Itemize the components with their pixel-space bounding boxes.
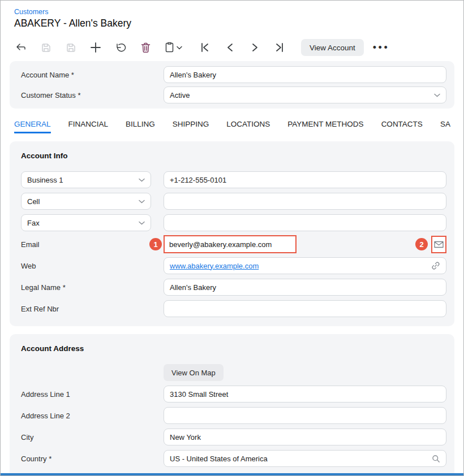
phone1-type-select[interactable]: Business 1: [21, 171, 151, 188]
tab-locations[interactable]: LOCATIONS: [226, 120, 270, 133]
address-line2-label: Address Line 2: [21, 412, 164, 420]
chevron-down-icon: [434, 93, 440, 97]
phone2-input[interactable]: [164, 193, 446, 210]
page-title: ABAKERY - Allen's Bakery: [14, 18, 463, 29]
previous-record-icon[interactable]: [224, 42, 235, 53]
city-input[interactable]: New York: [164, 429, 446, 445]
email-input[interactable]: beverly@abakery.example.com: [164, 235, 297, 253]
save-and-close-icon[interactable]: [40, 42, 51, 53]
city-row: City New York: [21, 426, 446, 448]
link-icon[interactable]: [431, 261, 440, 270]
address-line2-row: Address Line 2: [21, 405, 446, 426]
phone2-row: Cell: [21, 191, 446, 212]
customer-status-label: Customer Status *: [21, 91, 164, 99]
country-row: Country * US - United States of America: [21, 448, 446, 469]
country-lookup-input[interactable]: US - United States of America: [164, 450, 446, 467]
ext-ref-nbr-input[interactable]: [164, 300, 446, 317]
summary-panel: Account Name * Allen's Bakery Customer S…: [10, 61, 454, 109]
phone1-row: Business 1 +1-212-555-0101: [21, 169, 446, 191]
legal-name-input[interactable]: Allen's Bakery: [164, 279, 446, 296]
next-record-icon[interactable]: [249, 42, 260, 53]
search-icon[interactable]: [432, 455, 440, 463]
view-on-map-row: View On Map: [21, 362, 446, 383]
undo-icon[interactable]: [115, 42, 126, 53]
country-label: Country *: [21, 455, 164, 463]
account-address-card: Account Address View On Map Address Line…: [10, 334, 454, 476]
customer-record-window: Customers ABAKERY - Allen's Bakery: [0, 0, 464, 476]
view-account-button[interactable]: View Account: [301, 39, 364, 56]
phone3-row: Fax: [21, 212, 446, 233]
tab-contacts[interactable]: CONTACTS: [381, 120, 423, 133]
account-name-label: Account Name *: [21, 71, 164, 79]
account-address-heading: Account Address: [21, 344, 446, 353]
address-line2-input[interactable]: [164, 407, 446, 424]
send-email-button[interactable]: [431, 236, 446, 253]
phone3-input[interactable]: [164, 214, 446, 231]
legal-name-label: Legal Name *: [21, 283, 164, 292]
chevron-down-icon: [139, 221, 145, 225]
legal-name-row: Legal Name * Allen's Bakery: [21, 276, 446, 298]
toolbar: View Account • • •: [15, 37, 463, 58]
account-info-heading: Account Info: [21, 152, 446, 160]
web-row: Web www.abakery.example.com: [21, 255, 446, 276]
tab-financial[interactable]: FINANCIAL: [68, 120, 109, 133]
email-label: Email: [21, 240, 40, 249]
address-line1-row: Address Line 1 3130 Small Street: [21, 383, 446, 405]
annotation-callout-2: 2: [415, 238, 428, 250]
add-icon[interactable]: [90, 42, 101, 53]
envelope-icon: [434, 241, 444, 248]
tab-bar: GENERAL FINANCIAL BILLING SHIPPING LOCAT…: [14, 120, 463, 133]
phone1-input[interactable]: +1-212-555-0101: [164, 171, 446, 188]
last-record-icon[interactable]: [274, 42, 285, 53]
tab-billing[interactable]: BILLING: [126, 120, 155, 133]
tab-payment-methods[interactable]: PAYMENT METHODS: [287, 120, 363, 133]
account-name-input[interactable]: Allen's Bakery: [164, 66, 446, 83]
ext-ref-nbr-row: Ext Ref Nbr: [21, 298, 446, 319]
chevron-down-icon: [177, 46, 182, 50]
email-row: Email 1 beverly@abakery.example.com 2: [21, 233, 446, 255]
tab-sales-truncated[interactable]: SA: [440, 120, 450, 133]
tab-general[interactable]: GENERAL: [14, 120, 51, 133]
web-label: Web: [21, 262, 164, 270]
first-record-icon[interactable]: [199, 42, 210, 53]
ext-ref-nbr-label: Ext Ref Nbr: [21, 305, 164, 313]
more-options-icon[interactable]: • • •: [371, 42, 390, 54]
chevron-down-icon: [139, 200, 145, 204]
bottom-scroll-edge: [1, 473, 463, 475]
phone3-type-select[interactable]: Fax: [21, 214, 151, 231]
delete-icon[interactable]: [140, 42, 151, 53]
clipboard-icon: [165, 42, 174, 53]
tab-shipping[interactable]: SHIPPING: [173, 120, 209, 133]
phone2-type-select[interactable]: Cell: [21, 193, 151, 210]
customer-status-select[interactable]: Active: [164, 86, 446, 103]
web-input[interactable]: www.abakery.example.com: [164, 257, 446, 274]
city-label: City: [21, 433, 164, 442]
back-icon[interactable]: [15, 42, 27, 53]
breadcrumb[interactable]: Customers: [14, 8, 463, 16]
address-line1-input[interactable]: 3130 Small Street: [164, 386, 446, 403]
copy-paste-control[interactable]: [165, 42, 182, 53]
view-on-map-button[interactable]: View On Map: [164, 364, 224, 381]
annotation-callout-1: 1: [149, 238, 162, 250]
web-link[interactable]: www.abakery.example.com: [170, 262, 259, 270]
chevron-down-icon: [139, 178, 145, 182]
account-info-card: Account Info Business 1 +1-212-555-0101 …: [10, 141, 454, 326]
save-icon[interactable]: [65, 42, 76, 53]
address-line1-label: Address Line 1: [21, 390, 164, 399]
